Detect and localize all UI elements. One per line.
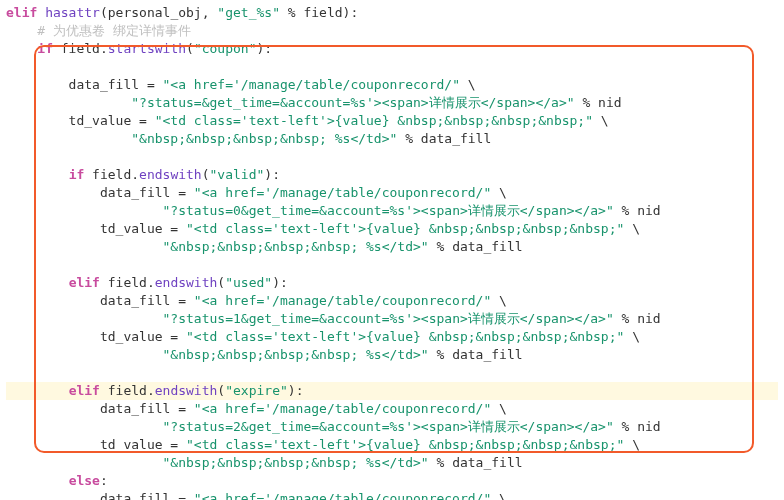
code-line: td_value = "<td class='text-left'>{value…: [6, 436, 778, 454]
code-line: data_fill = "<a href='/manage/table/coup…: [6, 184, 778, 202]
code-line: elif hasattr(personal_obj, "get_%s" % fi…: [6, 4, 778, 22]
code-line: "?status=1&get_time=&account=%s'><span>详…: [6, 310, 778, 328]
code-line: [6, 58, 778, 76]
code-line: "&nbsp;&nbsp;&nbsp;&nbsp; %s</td>" % dat…: [6, 130, 778, 148]
code-line: [6, 364, 778, 382]
code-line: "&nbsp;&nbsp;&nbsp;&nbsp; %s</td>" % dat…: [6, 346, 778, 364]
code-line: data_fill = "<a href='/manage/table/coup…: [6, 490, 778, 500]
code-line: "&nbsp;&nbsp;&nbsp;&nbsp; %s</td>" % dat…: [6, 454, 778, 472]
code-line: "&nbsp;&nbsp;&nbsp;&nbsp; %s</td>" % dat…: [6, 238, 778, 256]
code-line: data_fill = "<a href='/manage/table/coup…: [6, 76, 778, 94]
code-line: elif field.endswith("used"):: [6, 274, 778, 292]
code-line: # 为优惠卷 绑定详情事件: [6, 22, 778, 40]
code-line: [6, 148, 778, 166]
code-line: td_value = "<td class='text-left'>{value…: [6, 112, 778, 130]
code-line: if field.endswith("valid"):: [6, 166, 778, 184]
code-line: if field.startswith("coupon"):: [6, 40, 778, 58]
code-line: elif field.endswith("expire"):: [6, 382, 778, 400]
code-line: td_value = "<td class='text-left'>{value…: [6, 220, 778, 238]
code-line: "?status=0&get_time=&account=%s'><span>详…: [6, 202, 778, 220]
code-line: td_value = "<td class='text-left'>{value…: [6, 328, 778, 346]
code-block: elif hasattr(personal_obj, "get_%s" % fi…: [0, 0, 784, 500]
code-line: else:: [6, 472, 778, 490]
code-line: data_fill = "<a href='/manage/table/coup…: [6, 400, 778, 418]
code-line: [6, 256, 778, 274]
code-line: "?status=2&get_time=&account=%s'><span>详…: [6, 418, 778, 436]
code-line: data_fill = "<a href='/manage/table/coup…: [6, 292, 778, 310]
code-line: "?status=&get_time=&account=%s'><span>详情…: [6, 94, 778, 112]
